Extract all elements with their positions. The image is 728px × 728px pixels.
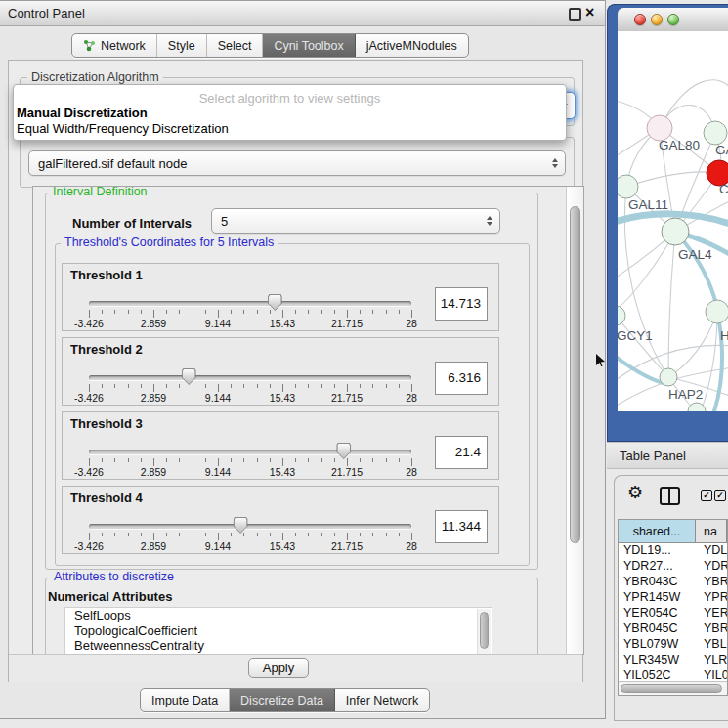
threshold-panel: Threshold 3 -3.4262.8599.14415.4321.7152… [62, 411, 499, 480]
table-row[interactable]: YPR145WYPR1 [619, 590, 727, 606]
list-scrollbar[interactable] [477, 609, 491, 654]
table-row[interactable]: YDL19...YDL1 [619, 543, 727, 559]
horizontal-scrollbar-thumb[interactable] [621, 684, 722, 693]
table-row[interactable]: YBL079WYBL0 [619, 637, 727, 653]
float-window-icon[interactable] [569, 8, 581, 21]
column-header-shared-name[interactable]: shared... [619, 520, 696, 543]
tab-discretize-data[interactable]: Discretize Data [230, 689, 335, 711]
threshold-slider[interactable]: -3.4262.8599.14415.4321.71528 [89, 264, 411, 332]
dropdown-item-equal-width-frequency[interactable]: Equal Width/Frequency Discretization [17, 121, 229, 136]
minimize-traffic-light[interactable] [651, 14, 663, 25]
tab-style[interactable]: Style [157, 34, 207, 57]
table-row[interactable]: YBR045CYBR0 [619, 621, 727, 637]
slider-thumb[interactable] [336, 443, 351, 459]
algorithm-dropdown-popup: Select algorithm to view settings Manual… [13, 84, 567, 141]
number-of-intervals-label: Number of Intervals [72, 216, 192, 231]
slider-thumb[interactable] [268, 294, 282, 311]
slider-track[interactable] [89, 375, 411, 380]
tab-impute-data[interactable]: Impute Data [141, 689, 230, 711]
network-node [618, 175, 638, 198]
list-item[interactable]: SelfLoops [65, 608, 492, 623]
slider-thumb[interactable] [182, 368, 196, 385]
table-panel-header: Table Panel [607, 442, 728, 469]
apply-button[interactable]: Apply [248, 658, 309, 678]
tab-cyni-toolbox-label: Cyni Toolbox [274, 39, 343, 53]
thresholds-container: Threshold 1 -3.4262.8599.14415.4321.7152… [55, 243, 528, 564]
tab-impute-data-label: Impute Data [151, 694, 218, 707]
checkbox-icon[interactable]: ✓ [714, 490, 726, 501]
slider-track[interactable] [89, 301, 411, 306]
tab-infer-network[interactable]: Infer Network [335, 689, 429, 711]
table-panel: ⚙ ✓ ✓ shared... na YDL19...YDL1YDR27...Y… [614, 475, 728, 721]
node-label: GCY1 [618, 328, 653, 343]
node-label: GAL4 [678, 247, 712, 262]
vertical-scrollbar-thumb[interactable] [570, 206, 580, 543]
network-node [660, 368, 677, 386]
vertical-scrollbar[interactable] [566, 187, 584, 654]
threshold-value-field[interactable]: 6.316 [435, 362, 488, 395]
threshold-panel: Threshold 2 -3.4262.8599.14415.4321.7152… [62, 337, 499, 406]
close-traffic-light[interactable] [634, 14, 646, 25]
zoom-traffic-light[interactable] [667, 14, 679, 25]
threshold-slider[interactable]: -3.4262.8599.14415.4321.71528 [89, 338, 411, 407]
columns-icon[interactable] [660, 487, 680, 505]
table-row[interactable]: YLR345WYLR3 [619, 653, 727, 668]
network-node [704, 121, 727, 145]
cyni-bottom-tab-bar: Impute Data Discretize Data Infer Networ… [140, 688, 430, 712]
table-row[interactable]: YIL052CYIL0 [619, 668, 727, 681]
dropdown-item-manual-discretization[interactable]: Manual Discretization [17, 106, 148, 120]
tab-jactivemnodules-label: jActiveMNodules [366, 39, 457, 53]
numerical-attributes-label: Numerical Attributes [48, 589, 172, 604]
network-view-window: GAL80GACGAL11GAL4GCY1HHAP2 [607, 4, 728, 442]
attributes-group-title: Attributes to discretize [50, 571, 178, 583]
table-row[interactable]: YDR27...YDR2 [619, 559, 727, 575]
control-panel-titlebar: Control Panel × [0, 1, 605, 26]
threshold-value-field[interactable]: 21.4 [435, 436, 488, 469]
slider-tick-labels: -3.4262.8599.14415.4321.71528 [89, 466, 411, 478]
gear-icon[interactable]: ⚙ [627, 484, 643, 501]
slider-track[interactable] [89, 524, 411, 529]
table-row[interactable]: YBR043CYBR0 [619, 575, 727, 590]
numerical-attributes-list[interactable]: SelfLoopsTopologicalCoefficientBetweenne… [64, 607, 492, 655]
threshold-value-field[interactable]: 11.344 [435, 510, 488, 543]
node-label: C [719, 182, 728, 196]
list-item[interactable]: TopologicalCoefficient [65, 623, 492, 639]
combo-arrows-icon [487, 216, 492, 226]
tab-network-label: Network [101, 39, 146, 53]
list-scrollbar-thumb[interactable] [480, 612, 489, 649]
tab-jactivemnodules[interactable]: jActiveMNodules [356, 34, 468, 57]
checkbox-icon[interactable]: ✓ [701, 490, 712, 501]
network-node [706, 300, 728, 323]
network-window-titlebar[interactable] [618, 8, 728, 32]
close-icon[interactable]: × [585, 3, 594, 22]
slider-track[interactable] [89, 450, 411, 454]
tab-select-label: Select [218, 39, 252, 53]
tab-select[interactable]: Select [207, 34, 264, 57]
threshold-panel: Threshold 1 -3.4262.8599.14415.4321.7152… [62, 263, 499, 331]
table-row[interactable]: YER054CYER0 [619, 606, 727, 621]
interval-definition-group-title: Interval Definition [49, 186, 151, 198]
network-node [662, 218, 689, 245]
combo-arrows-icon [552, 158, 558, 168]
cyni-toolbox-panel: Discretization Algorithm Select algorith… [8, 60, 583, 682]
list-item[interactable]: BetweennessCentrality [65, 638, 492, 654]
number-of-intervals-combobox[interactable]: 5 [211, 208, 500, 234]
horizontal-scrollbar[interactable] [619, 681, 727, 695]
tab-cyni-toolbox[interactable]: Cyni Toolbox [263, 34, 355, 57]
threshold-slider[interactable]: -3.4262.8599.14415.4321.71528 [89, 487, 411, 555]
table-rows: YDL19...YDL1YDR27...YDR2YBR043CYBR0YPR14… [619, 543, 727, 681]
tab-style-label: Style [168, 39, 195, 53]
slider-thumb[interactable] [234, 517, 248, 534]
dropdown-placeholder-item[interactable]: Select algorithm to view settings [14, 91, 566, 106]
column-header-name[interactable]: na [696, 520, 727, 543]
tab-network[interactable]: Network [72, 34, 157, 57]
threshold-slider[interactable]: -3.4262.8599.14415.4321.71528 [89, 412, 411, 481]
network-canvas[interactable]: GAL80GACGAL11GAL4GCY1HHAP2 [618, 31, 728, 411]
tab-discretize-data-label: Discretize Data [240, 694, 323, 707]
slider-tick-labels: -3.4262.8599.14415.4321.71528 [89, 540, 411, 552]
node-label: HAP2 [668, 387, 703, 402]
threshold-value-field[interactable]: 14.713 [435, 287, 488, 321]
table-data-combobox[interactable]: galFiltered.sif default node [28, 150, 566, 176]
control-panel-title: Control Panel [8, 6, 85, 21]
node-label: GAL11 [628, 197, 668, 212]
